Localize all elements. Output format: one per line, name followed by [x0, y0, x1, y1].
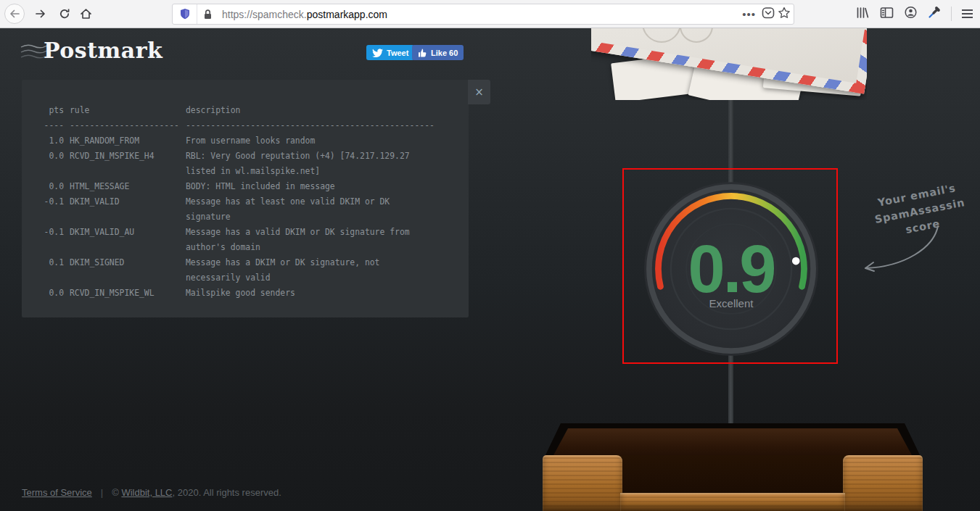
- tray-front-panel: [543, 455, 622, 511]
- postmark-logo[interactable]: Postmark: [20, 38, 162, 63]
- account-icon: [904, 6, 918, 19]
- inbox-tray-illustration: [540, 419, 925, 511]
- row-rule: DKIM_SIGNED: [70, 255, 180, 270]
- tweet-label: Tweet: [387, 49, 408, 57]
- col-header-description: description: [186, 103, 437, 118]
- eyedropper-icon: [928, 6, 941, 19]
- thumbs-up-icon: [418, 48, 427, 57]
- facebook-like-button[interactable]: Like 60: [412, 45, 464, 60]
- report-header-row: pts rule description: [42, 103, 454, 118]
- row-pts: 1.0: [42, 133, 64, 149]
- sidebar-icon: [880, 7, 894, 19]
- curved-arrow-icon: [852, 217, 954, 283]
- copyright-symbol: ©: [112, 487, 121, 498]
- home-icon: [80, 8, 92, 20]
- col-header-rule: rule: [70, 103, 180, 118]
- bookmark-button[interactable]: [778, 7, 791, 22]
- row-pts: 0.0: [42, 149, 64, 164]
- back-icon: [9, 8, 20, 20]
- report-row: 1.0 HK_RANDOM_FROM From username looks r…: [42, 133, 454, 149]
- divider-dashes: ----------------------: [70, 118, 180, 133]
- row-rule: RCVD_IN_MSPIKE_H4: [70, 149, 180, 164]
- col-header-pts: pts: [42, 103, 64, 118]
- footer-divider: |: [101, 487, 103, 498]
- wildbit-link[interactable]: Wildbit, LLC: [121, 487, 172, 498]
- tracking-shield-icon[interactable]: [173, 4, 197, 24]
- row-description: Message has a DKIM or DK signature, not …: [186, 255, 437, 286]
- report-row: 0.0 RCVD_IN_MSPIKE_WL Mailspike good sen…: [42, 286, 454, 301]
- page-footer: Terms of Service|© Wildbit, LLC, 2020. A…: [22, 487, 281, 498]
- envelope-illustration: [591, 28, 867, 100]
- report-row: 0.0 HTML_MESSAGE BODY: HTML included in …: [42, 179, 454, 194]
- row-rule: HTML_MESSAGE: [70, 179, 180, 194]
- row-rule: RCVD_IN_MSPIKE_WL: [70, 286, 180, 301]
- row-rule: DKIM_VALID: [70, 194, 180, 209]
- close-icon: ×: [474, 86, 484, 99]
- row-pts: -0.1: [42, 194, 64, 209]
- row-description: Message has at least one valid DKIM or D…: [186, 194, 437, 225]
- tray-front-panel: [843, 455, 923, 511]
- url-domain: postmarkapp.com: [307, 9, 387, 20]
- logo-wordmark: Postmark: [44, 38, 162, 63]
- pocket-button[interactable]: [762, 7, 775, 22]
- panel-close-button[interactable]: ×: [468, 80, 490, 104]
- sidebar-button[interactable]: [880, 7, 894, 22]
- refresh-button[interactable]: [54, 4, 75, 24]
- toolbar-separator: [951, 7, 952, 21]
- browser-toolbar: https://spamcheck.postmarkapp.com •••: [0, 0, 980, 28]
- library-icon: [856, 7, 870, 19]
- report-divider-row: ---- ---------------------- ------------…: [42, 118, 454, 133]
- report-row: -0.1 DKIM_VALID Message has at least one…: [42, 194, 454, 225]
- row-description: RBL: Very Good reputation (+4) [74.217.1…: [186, 149, 437, 179]
- eyedropper-button[interactable]: [928, 6, 941, 22]
- row-description: BODY: HTML included in message: [186, 179, 437, 194]
- airmail-stripes: [855, 28, 867, 94]
- report-row: -0.1 DKIM_VALID_AU Message has a valid D…: [42, 225, 454, 255]
- terms-of-service-link[interactable]: Terms of Service: [22, 487, 92, 498]
- divider-dashes: ----: [42, 118, 64, 133]
- row-rule: HK_RANDOM_FROM: [70, 133, 180, 149]
- refresh-icon: [59, 8, 70, 20]
- twitter-bird-icon: [372, 49, 383, 57]
- selection-highlight-rect: [622, 168, 838, 364]
- row-description: From username looks random: [186, 133, 437, 149]
- forward-icon: [35, 8, 46, 20]
- tray-front-panel: [620, 493, 845, 511]
- app-window: https://spamcheck.postmarkapp.com •••: [0, 0, 980, 511]
- row-description: Mailspike good senders: [186, 286, 437, 301]
- back-button[interactable]: [4, 4, 25, 24]
- spam-report-panel: pts rule description ---- --------------…: [22, 80, 469, 317]
- bookmark-star-icon: [778, 7, 791, 20]
- divider-dashes: ----------------------------------------…: [186, 118, 437, 133]
- page-actions-button[interactable]: •••: [739, 8, 759, 20]
- pocket-icon: [762, 7, 775, 20]
- menu-button[interactable]: [962, 9, 973, 18]
- report-row: 0.1 DKIM_SIGNED Message has a DKIM or DK…: [42, 255, 454, 286]
- row-rule: DKIM_VALID_AU: [70, 225, 180, 240]
- url-bar[interactable]: https://spamcheck.postmarkapp.com •••: [172, 4, 794, 25]
- row-description: Message has a valid DKIM or DK signature…: [186, 225, 437, 255]
- row-pts: 0.0: [42, 179, 64, 194]
- row-pts: 0.1: [42, 255, 64, 270]
- like-label: Like 60: [431, 49, 458, 57]
- forward-button[interactable]: [30, 4, 51, 24]
- report-row: 0.0 RCVD_IN_MSPIKE_H4 RBL: Very Good rep…: [42, 149, 454, 179]
- url-scheme: https://spamcheck.: [222, 9, 307, 20]
- tweet-button[interactable]: Tweet: [366, 45, 414, 60]
- row-pts: -0.1: [42, 225, 64, 240]
- library-button[interactable]: [856, 7, 870, 22]
- home-button[interactable]: [75, 4, 96, 24]
- copyright-text: , 2020. All rights reserved.: [172, 487, 281, 498]
- url-text: https://spamcheck.postmarkapp.com: [222, 9, 387, 20]
- account-button[interactable]: [904, 6, 918, 22]
- row-pts: 0.0: [42, 286, 64, 301]
- lock-icon[interactable]: [197, 4, 218, 24]
